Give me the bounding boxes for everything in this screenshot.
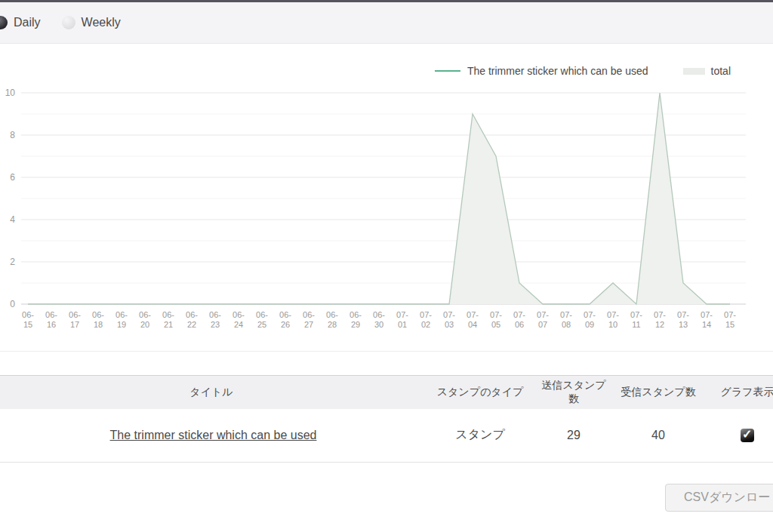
sticker-stats-table: タイトル スタンプのタイプ 送信スタンプ数 受信スタンプ数 グラフ表示 The … bbox=[0, 375, 773, 463]
legend-item-sticker: The trimmer sticker which can be used bbox=[435, 65, 648, 77]
cell-stamp-type: スタンプ bbox=[423, 409, 537, 463]
x-tick-label: 07-15 bbox=[724, 310, 736, 329]
y-tick-label: 0 bbox=[10, 299, 15, 309]
x-tick-label: 06-17 bbox=[69, 310, 81, 329]
x-tick-label: 07-05 bbox=[490, 310, 502, 329]
x-tick-label: 07-06 bbox=[513, 310, 525, 329]
y-tick-label: 2 bbox=[10, 257, 15, 267]
x-tick-label: 06-24 bbox=[233, 310, 245, 329]
area-chart-canvas: 024681006-1506-1606-1706-1806-1906-2006-… bbox=[0, 44, 773, 334]
header-title: タイトル bbox=[0, 376, 423, 409]
period-toolbar: Daily Weekly bbox=[0, 2, 773, 44]
area-swatch-icon bbox=[683, 68, 705, 75]
x-tick-label: 06-21 bbox=[162, 310, 174, 329]
x-tick-label: 07-04 bbox=[467, 310, 479, 329]
y-tick-label: 8 bbox=[10, 130, 15, 140]
radio-daily-label: Daily bbox=[14, 16, 41, 29]
x-tick-label: 07-11 bbox=[630, 310, 642, 329]
x-tick-label: 06-19 bbox=[115, 310, 128, 329]
radio-unselected-icon[interactable] bbox=[62, 16, 75, 29]
x-tick-label: 06-16 bbox=[45, 310, 57, 329]
y-tick-label: 6 bbox=[10, 172, 15, 183]
legend-sticker-label: The trimmer sticker which can be used bbox=[467, 65, 648, 77]
x-tick-label: 06-26 bbox=[279, 310, 291, 329]
x-tick-label: 07-12 bbox=[654, 310, 666, 329]
x-tick-label: 07-14 bbox=[701, 310, 713, 329]
radio-selected-icon[interactable] bbox=[0, 16, 8, 29]
radio-weekly[interactable]: Weekly bbox=[41, 16, 121, 29]
cell-received-count: 40 bbox=[610, 409, 707, 463]
x-tick-label: 06-20 bbox=[139, 310, 151, 329]
y-tick-label: 4 bbox=[10, 214, 15, 225]
chart-legend: The trimmer sticker which can be used to… bbox=[435, 65, 731, 77]
header-sent-count: 送信スタンプ数 bbox=[537, 376, 610, 409]
y-tick-label: 10 bbox=[5, 88, 16, 98]
x-tick-label: 06-25 bbox=[256, 310, 268, 329]
x-tick-label: 07-08 bbox=[560, 310, 572, 329]
line-swatch-icon bbox=[435, 70, 460, 72]
sticker-title-link[interactable]: The trimmer sticker which can be used bbox=[110, 429, 317, 441]
x-tick-label: 07-02 bbox=[420, 310, 432, 329]
x-tick-label: 07-10 bbox=[607, 310, 619, 329]
x-tick-label: 07-03 bbox=[443, 310, 455, 329]
cell-title: The trimmer sticker which can be used bbox=[0, 409, 423, 463]
radio-daily[interactable]: Daily bbox=[0, 16, 41, 29]
legend-item-total: total bbox=[683, 65, 731, 77]
x-tick-label: 07-09 bbox=[584, 310, 596, 329]
x-tick-label: 06-18 bbox=[92, 310, 104, 329]
x-tick-label: 06-28 bbox=[326, 310, 338, 329]
x-tick-label: 06-23 bbox=[209, 310, 221, 329]
x-tick-label: 06-22 bbox=[186, 310, 198, 329]
header-received-count: 受信スタンプ数 bbox=[610, 376, 707, 409]
sticker-stats-table-wrap: タイトル スタンプのタイプ 送信スタンプ数 受信スタンプ数 グラフ表示 The … bbox=[0, 375, 773, 463]
x-tick-label: 06-29 bbox=[350, 310, 362, 329]
graph-display-checkbox[interactable] bbox=[741, 429, 754, 442]
x-tick-label: 07-01 bbox=[396, 310, 408, 329]
csv-download-button[interactable]: CSVダウンロード bbox=[665, 484, 773, 512]
header-stamp-type: スタンプのタイプ bbox=[423, 376, 537, 409]
stats-chart: The trimmer sticker which can be used to… bbox=[0, 44, 773, 352]
cell-sent-count: 29 bbox=[537, 409, 610, 463]
legend-total-label: total bbox=[711, 65, 731, 77]
cell-graph-display bbox=[707, 409, 773, 463]
x-tick-label: 06-30 bbox=[373, 310, 385, 329]
table-row: The trimmer sticker which can be used スタ… bbox=[0, 409, 773, 463]
x-tick-label: 06-27 bbox=[303, 310, 315, 329]
header-graph-display: グラフ表示 bbox=[707, 376, 773, 409]
table-header-row: タイトル スタンプのタイプ 送信スタンプ数 受信スタンプ数 グラフ表示 bbox=[0, 376, 773, 409]
x-tick-label: 07-07 bbox=[537, 310, 549, 329]
x-tick-label: 06-15 bbox=[22, 310, 34, 329]
radio-weekly-label: Weekly bbox=[82, 16, 121, 29]
x-tick-label: 07-13 bbox=[677, 310, 689, 329]
